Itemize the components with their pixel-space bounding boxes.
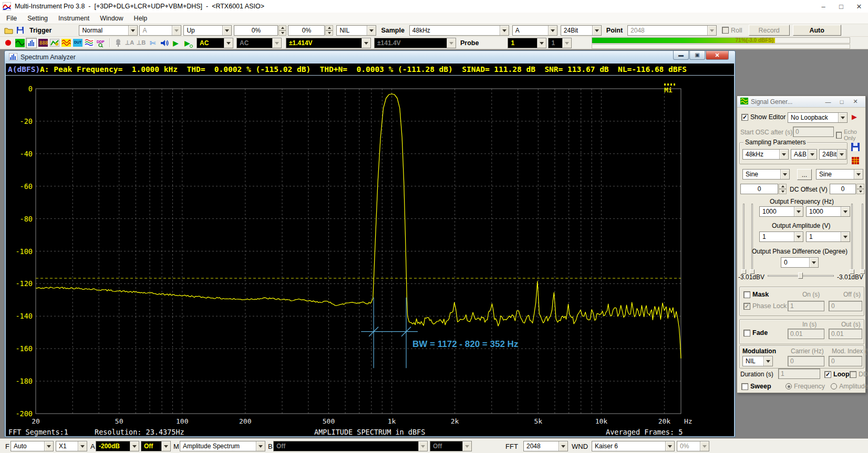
waveform-b-select[interactable]: Sine xyxy=(816,169,863,180)
bit-depth-select[interactable]: 24Bit xyxy=(561,25,602,36)
spectrum-chart[interactable]: 0-20-40-60-80-100-120-140-160-180-200205… xyxy=(6,76,734,436)
amplitude-slider-a-right[interactable] xyxy=(750,204,755,274)
menu-help[interactable]: Help xyxy=(129,15,153,22)
close-button[interactable]: ✕ xyxy=(850,0,868,13)
probe-calibration-icon[interactable]: ✄ xyxy=(147,38,158,48)
zoom-select[interactable]: X1 xyxy=(56,441,87,451)
probe-a-select[interactable]: 1 xyxy=(508,38,546,48)
sample-rate-select[interactable]: 48kHz xyxy=(409,25,509,36)
sample-channel-select[interactable]: A xyxy=(512,25,557,36)
spectrum-window-title-bar[interactable]: Spectrum Analyzer ▬ ▣ ✕ xyxy=(5,51,735,64)
siggen-minimize-button[interactable]: — xyxy=(821,99,835,105)
siggen-close-button[interactable]: ✕ xyxy=(849,98,862,105)
balance-slider[interactable] xyxy=(768,272,834,279)
chevron-down-icon xyxy=(707,26,716,35)
spectrum-minimize-button[interactable]: ▬ xyxy=(673,51,689,60)
chevron-down-icon xyxy=(418,441,427,451)
phase-select[interactable]: 0 xyxy=(781,257,819,268)
fade-checkbox[interactable]: Fade xyxy=(743,329,768,336)
loopback-select[interactable]: No Loopback xyxy=(788,112,848,123)
chevron-down-icon xyxy=(222,26,231,35)
spectrum-analyzer-icon[interactable] xyxy=(26,38,37,48)
oscilloscope-icon[interactable] xyxy=(14,38,25,48)
toolbar-trigger-sampling: Trigger Normal A Up 0% 0% NIL Sample 48k… xyxy=(0,24,868,37)
chevron-down-icon xyxy=(838,113,847,122)
amplitude-slider-b-right[interactable] xyxy=(860,204,865,274)
window-function-select[interactable]: Kaiser 6 xyxy=(592,441,675,451)
modulation-select[interactable]: NIL xyxy=(742,356,773,366)
amplitude-slider-b-left[interactable] xyxy=(850,204,854,274)
measurement-mode-select[interactable]: Amplitude Spectrum xyxy=(180,441,265,451)
frequency-a-select[interactable]: 1000 xyxy=(759,206,803,217)
siggen-maximize-button[interactable]: □ xyxy=(835,99,849,105)
svg-text:2k: 2k xyxy=(451,417,459,425)
dc-offset-b-spinner[interactable]: 0 xyxy=(830,184,864,194)
mask-on-label: On (s) xyxy=(802,291,820,298)
fft-size-select[interactable]: 2048 xyxy=(523,441,568,451)
auto-button[interactable]: Auto xyxy=(793,25,841,36)
amplitude-a-select[interactable]: 1 xyxy=(759,231,803,242)
chevron-down-icon xyxy=(592,26,601,35)
menu-file[interactable]: File xyxy=(1,15,22,22)
siggen-save-icon[interactable] xyxy=(851,142,860,153)
frequency-axis-select[interactable]: Auto xyxy=(11,441,54,451)
show-editor-checkbox[interactable]: ✓Show Editor xyxy=(741,113,786,121)
trigger-frequency-select[interactable]: NIL xyxy=(336,25,376,36)
amplitude-b-select[interactable]: 1 xyxy=(806,231,850,242)
spectrum-restore-button[interactable]: ▣ xyxy=(689,51,705,60)
minimize-button[interactable]: – xyxy=(814,0,832,13)
siggen-bits-select[interactable]: 24Bit xyxy=(819,149,846,160)
open-file-icon[interactable] xyxy=(3,25,14,36)
level-meter-text: 71%(-3.0 dBFS) xyxy=(736,37,776,43)
waveform-a-select[interactable]: Sine xyxy=(742,169,790,180)
toolbar-separator xyxy=(109,38,110,47)
siggen-title-bar[interactable]: Signal Gener... — □ ✕ xyxy=(737,96,865,108)
svg-text:200: 200 xyxy=(239,417,251,425)
loop-checkbox[interactable]: ✓Loop xyxy=(824,371,850,378)
spectrogram-icon[interactable] xyxy=(49,38,60,48)
spectrum-close-button[interactable]: ✕ xyxy=(706,51,729,60)
sweep-checkbox[interactable]: Sweep xyxy=(741,383,771,390)
save-icon[interactable] xyxy=(15,25,26,36)
frequency-b-select[interactable]: 1000 xyxy=(806,206,850,217)
modulation-label: Modulation xyxy=(742,347,776,355)
a-range-select[interactable]: -200dB xyxy=(96,441,139,451)
siggen-channels-select[interactable]: A&B xyxy=(791,149,817,160)
dut-analyzer-icon[interactable]: DUT xyxy=(72,38,83,48)
signal-generator-icon[interactable] xyxy=(60,38,71,48)
derived-trace-icon[interactable] xyxy=(84,38,95,48)
fft-label: FFT xyxy=(505,443,518,450)
chevron-down-icon xyxy=(256,441,265,451)
ddp-viewer-icon[interactable]: DDP xyxy=(95,38,106,48)
siggen-sample-rate-select[interactable]: 48kHz xyxy=(742,149,789,160)
mask-checkbox[interactable]: Mask xyxy=(743,291,769,298)
coupling-a-select[interactable]: AC xyxy=(197,38,233,48)
menu-window[interactable]: Window xyxy=(95,15,128,22)
maximize-button[interactable]: □ xyxy=(832,0,850,13)
siggen-window-title: Signal Gener... xyxy=(751,98,821,106)
record-icon[interactable] xyxy=(3,38,14,48)
trigger-delay-spinner[interactable]: 0% xyxy=(288,25,333,36)
svg-text:-100: -100 xyxy=(15,247,33,256)
speaker-icon[interactable] xyxy=(159,38,170,48)
multimeter-icon[interactable]: 888 xyxy=(37,38,48,48)
spectrum-chart-area[interactable]: 0-20-40-60-80-100-120-140-160-180-200205… xyxy=(6,76,734,436)
siggen-run-icon[interactable]: ▶ xyxy=(852,113,857,121)
amplitude-slider-a-left[interactable] xyxy=(741,204,746,274)
run-icon[interactable]: ▶ xyxy=(170,38,181,48)
siggen-grid-icon[interactable] xyxy=(851,156,860,167)
svg-text:DDP: DDP xyxy=(97,40,105,44)
dc-offset-a-spinner[interactable]: 0 xyxy=(740,184,787,194)
run-loop-icon[interactable]: ▶ xyxy=(182,38,193,48)
trigger-level-spinner[interactable]: 0% xyxy=(234,25,286,36)
waveform-more-button[interactable]: ... xyxy=(797,169,812,180)
trigger-edge-select[interactable]: Up xyxy=(183,25,232,36)
stats-channel-prefix: A(dBFS) xyxy=(8,65,40,73)
menu-instrument[interactable]: Instrument xyxy=(53,15,95,22)
a-extra-select[interactable]: Off xyxy=(141,441,171,451)
phase-lock-checkbox: ✓Phase Lock xyxy=(743,302,787,310)
app-title-bar: Multi-Instrument Pro 3.8 - [+3DP+DLG+LCR… xyxy=(0,0,868,13)
trigger-mode-select[interactable]: Normal xyxy=(79,25,138,36)
range-a-select[interactable]: ±1.414V xyxy=(286,38,371,48)
menu-setting[interactable]: Setting xyxy=(22,15,53,22)
